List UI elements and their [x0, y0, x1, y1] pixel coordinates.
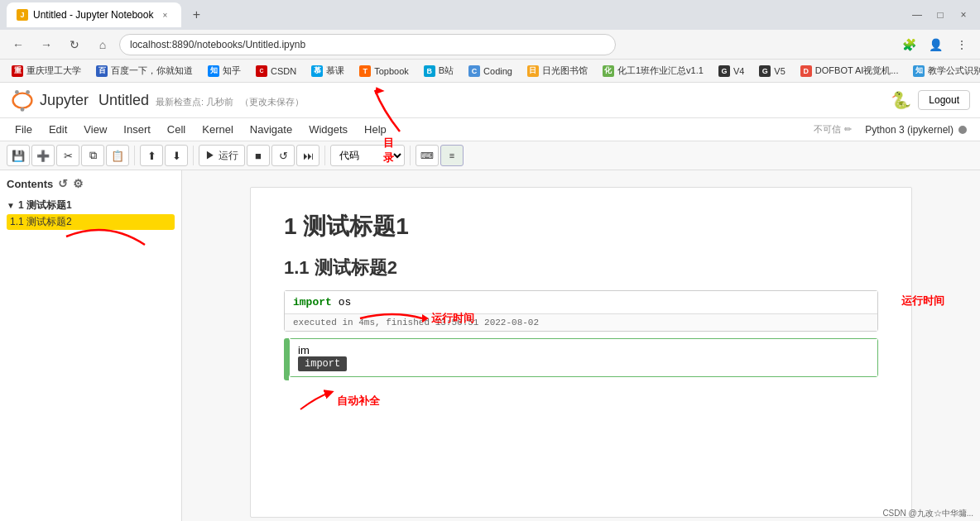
tab-close-button[interactable]: × — [158, 8, 171, 22]
bookmark-mooc[interactable]: 慕 慕课 — [305, 63, 351, 79]
move-down-button[interactable]: ⬇ — [165, 145, 188, 166]
edit-icon: ✏ — [844, 124, 852, 135]
sidebar-settings-button[interactable]: ⚙ — [73, 177, 84, 190]
window-controls: — □ × — [907, 5, 973, 25]
address-input[interactable] — [119, 34, 616, 55]
bookmark-label: DOFBOT AI视觉机... — [815, 65, 899, 77]
home-button[interactable]: ⌂ — [91, 33, 114, 56]
annotation-runtime: 运行时间 — [901, 294, 944, 308]
toolbar-separator-4 — [410, 146, 411, 165]
bookmark-riguang[interactable]: 日 日光图书馆 — [521, 63, 594, 79]
status-text: CSDN @九改☆中华墉... — [882, 509, 973, 518]
menu-navigate[interactable]: Navigate — [242, 120, 300, 139]
h1-heading: 1 测试标题1 — [284, 211, 878, 242]
menu-edit[interactable]: Edit — [41, 120, 75, 139]
menu-widgets[interactable]: Widgets — [300, 120, 356, 139]
maximize-button[interactable]: □ — [930, 5, 950, 25]
autocomplete-dropdown[interactable]: import — [298, 356, 347, 371]
jupyter-title-area: Untitled 最新检查点: 几秒前 （更改未保存） — [98, 92, 304, 109]
paste-cell-button[interactable]: 📋 — [106, 145, 129, 166]
toc-label-2: 1.1 测试标题2 — [10, 216, 72, 227]
cut-cell-button[interactable]: ✂ — [56, 145, 79, 166]
bookmark-label: CSDN — [271, 66, 296, 76]
bookmark-zhihu[interactable]: 知 知乎 — [201, 63, 247, 79]
bookmark-homework[interactable]: 化 化工1班作业汇总v1.1 — [596, 63, 710, 79]
jupyter-logo-svg — [10, 88, 35, 112]
toolbar-separator — [134, 146, 135, 165]
bookmark-icon: 慕 — [311, 65, 323, 77]
menu-insert[interactable]: Insert — [115, 120, 159, 139]
browser-tab[interactable]: J Untitled - Jupyter Notebook × — [7, 2, 181, 27]
execution-info: executed in 4ms, finished 13:56:51 2022-… — [293, 318, 539, 327]
kernel-info: Python 3 (ipykernel) — [858, 122, 973, 137]
reload-button[interactable]: ↻ — [63, 33, 86, 56]
run-button[interactable]: ▶ 运行 — [199, 145, 245, 166]
menu-help[interactable]: Help — [356, 120, 395, 139]
bookmark-github[interactable]: G V4 — [712, 64, 751, 79]
bookmark-icon: 日 — [527, 65, 539, 77]
table-of-contents-button[interactable]: ≡ — [440, 145, 464, 166]
close-button[interactable]: × — [954, 5, 973, 25]
bookmark-chongqing[interactable]: 重 重庆理工大学 — [5, 63, 88, 79]
bookmark-label: 教学公式识别神器... — [928, 65, 980, 77]
add-cell-button[interactable]: ➕ — [31, 145, 55, 166]
logout-button[interactable]: Logout — [918, 90, 970, 110]
profile-button[interactable]: 👤 — [924, 33, 947, 56]
back-button[interactable]: ← — [7, 33, 30, 56]
bookmark-bilibili[interactable]: B B站 — [417, 63, 460, 79]
bookmark-dofbot[interactable]: D DOFBOT AI视觉机... — [794, 63, 906, 79]
jupyter-logo: Jupyter — [10, 88, 89, 112]
tab-favicon: J — [17, 9, 28, 21]
save-button[interactable]: 💾 — [7, 145, 30, 166]
code-cell-1[interactable]: import os executed in 4ms, finished 13:5… — [284, 290, 878, 332]
notebook-content: 1 测试标题1 1.1 测试标题2 import os executed in … — [250, 187, 912, 518]
menu-file[interactable]: File — [7, 120, 41, 139]
restart-button[interactable]: ↺ — [271, 145, 295, 166]
bookmark-label: Coding — [483, 66, 512, 76]
forward-button[interactable]: → — [35, 33, 58, 56]
bookmark-icon: 百 — [96, 65, 108, 77]
trust-status[interactable]: 不可信 ✏ — [807, 122, 858, 137]
code-cell-2-input: im import — [290, 339, 877, 376]
bookmark-coding[interactable]: C Coding — [462, 64, 519, 79]
menu-view[interactable]: View — [75, 120, 115, 139]
bookmark-formula[interactable]: 知 教学公式识别神器... — [906, 63, 980, 79]
copy-cell-button[interactable]: ⧉ — [81, 145, 104, 166]
menu-cell[interactable]: Cell — [159, 120, 194, 139]
unsaved-info: （更改未保存） — [240, 96, 304, 108]
minimize-button[interactable]: — — [907, 5, 927, 25]
code-cell-2-wrapper: im import — [284, 338, 878, 380]
bookmark-label: 重庆理工大学 — [26, 65, 81, 77]
interrupt-button[interactable]: ■ — [247, 145, 270, 166]
import-keyword: import — [293, 296, 332, 308]
menu-kernel[interactable]: Kernel — [194, 120, 242, 139]
fast-forward-button[interactable]: ⏭ — [296, 145, 319, 166]
cell-type-select[interactable]: 代码 Markdown Raw — [330, 145, 405, 166]
bookmark-topbook[interactable]: T Topbook — [353, 64, 416, 79]
import-module: os — [339, 296, 352, 308]
tab-title: Untitled - Jupyter Notebook — [33, 9, 153, 21]
checkpoint-info: 最新检查点: 几秒前 — [156, 96, 233, 108]
bookmark-baidu[interactable]: 百 百度一下，你就知道 — [89, 63, 199, 79]
sidebar-refresh-button[interactable]: ↺ — [58, 177, 68, 190]
toc-item-1[interactable]: ▼ 1 测试标题1 — [7, 197, 175, 214]
notebook-name[interactable]: Untitled — [98, 92, 149, 109]
bookmark-icon: 知 — [913, 65, 925, 77]
code-autocomplete-row: import — [298, 356, 869, 371]
code-cell-2[interactable]: im import — [289, 338, 878, 377]
bookmark-icon: G — [718, 65, 730, 77]
notebook-area[interactable]: ↑ 目录 1 测试标题1 1.1 测试标题2 import os — [182, 170, 980, 521]
toc-arrow-icon: ▼ — [7, 201, 15, 210]
bookmark-label: B站 — [439, 65, 454, 77]
code-cell-1-input: import os — [285, 291, 877, 313]
new-tab-button[interactable]: + — [185, 3, 208, 26]
bookmarks-bar: 重 重庆理工大学 百 百度一下，你就知道 知 知乎 C CSDN 慕 慕课 T … — [0, 60, 980, 83]
bookmark-csdn[interactable]: C CSDN — [249, 64, 303, 79]
toc-item-2[interactable]: 1.1 测试标题2 — [7, 214, 175, 230]
keyboard-shortcut-button[interactable]: ⌨ — [416, 145, 439, 166]
bookmark-v5[interactable]: G V5 — [752, 64, 791, 79]
more-button[interactable]: ⋮ — [950, 33, 973, 56]
annotation-autocomplete: 自动补全 — [300, 389, 380, 413]
extensions-button[interactable]: 🧩 — [897, 33, 920, 56]
move-up-button[interactable]: ⬆ — [140, 145, 163, 166]
